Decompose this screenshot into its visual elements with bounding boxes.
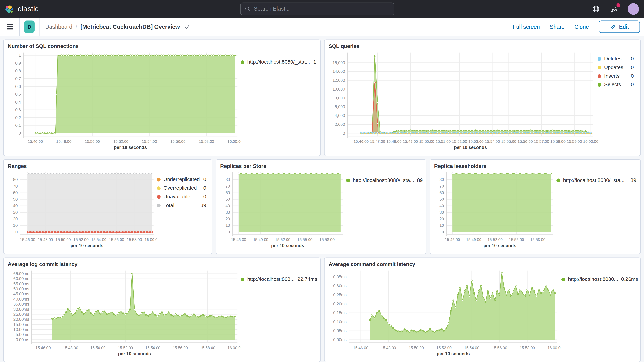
legend-item[interactable]: Updates0: [598, 64, 634, 70]
svg-text:0.00ms: 0.00ms: [333, 338, 347, 342]
svg-text:0.15ms: 0.15ms: [333, 310, 347, 315]
global-search[interactable]: [240, 2, 394, 15]
svg-text:16:00:00: 16:00:00: [228, 139, 241, 144]
svg-text:15:52:00: 15:52:00: [113, 139, 128, 144]
legend-item[interactable]: Underreplicated0: [157, 176, 206, 182]
svg-text:15:59:00: 15:59:00: [567, 139, 582, 144]
svg-text:20: 20: [226, 217, 230, 221]
svg-text:15:54:00: 15:54:00: [485, 139, 500, 144]
legend-label: Inserts: [604, 73, 620, 79]
full-screen-button[interactable]: Full screen: [513, 24, 540, 30]
breadcrumb-dashboard-link[interactable]: Dashboard: [45, 24, 72, 30]
svg-text:15:46:00: 15:46:00: [354, 139, 369, 144]
panel-log-commit-latency: Average log commit latency 0.00ms5.00ms1…: [3, 258, 321, 362]
svg-text:60: 60: [226, 190, 230, 195]
chart-command-commit-latency: 0.00ms0.05ms0.10ms0.15ms0.20ms0.25ms0.30…: [328, 268, 562, 358]
legend-dot-icon: [556, 178, 560, 182]
svg-text:15:58:00: 15:58:00: [199, 139, 214, 144]
svg-text:0: 0: [442, 230, 444, 234]
svg-text:15:46:00: 15:46:00: [28, 139, 43, 144]
legend-item[interactable]: Total89: [157, 202, 206, 208]
legend-ranges: Underreplicated0Overreplicated0Unavailab…: [157, 170, 208, 250]
svg-text:80: 80: [226, 177, 230, 182]
legend-item[interactable]: Unavailable0: [157, 194, 206, 200]
svg-text:0: 0: [228, 230, 230, 234]
svg-text:16:00:00: 16:00:00: [583, 139, 598, 144]
share-button[interactable]: Share: [550, 24, 564, 30]
legend-replicas-per-store: http://localhost:8080/_sta...89: [346, 170, 423, 250]
svg-text:15:46:00: 15:46:00: [20, 238, 35, 242]
legend-label: http://localhost:8080/_stat...: [247, 59, 310, 65]
svg-text:15:52:00: 15:52:00: [73, 238, 88, 242]
legend-item[interactable]: http://localhost:8080/_sta...89: [556, 177, 636, 183]
svg-text:0.1: 0.1: [15, 123, 21, 128]
legend-item[interactable]: Deletes0: [598, 56, 634, 62]
svg-text:50: 50: [440, 197, 444, 202]
elastic-logo-icon: [5, 4, 14, 13]
clone-button[interactable]: Clone: [574, 24, 589, 30]
svg-text:15:54:00: 15:54:00: [464, 346, 479, 350]
top-bar: elastic: [0, 0, 644, 18]
legend-label: http://localhost:8080/_sta...: [563, 177, 624, 183]
svg-text:15:53:00: 15:53:00: [468, 139, 484, 144]
legend-label: http://localhost:808...: [247, 276, 294, 282]
legend-dot-icon: [241, 60, 244, 64]
legend-value: 22.74ms: [298, 276, 317, 282]
legend-item[interactable]: http://localhost:8080/_sta...89: [346, 177, 423, 183]
svg-text:15:56:00: 15:56:00: [170, 139, 186, 144]
svg-text:per 10 seconds: per 10 seconds: [114, 145, 147, 150]
svg-text:15:49:00: 15:49:00: [403, 139, 418, 144]
svg-text:80: 80: [440, 177, 444, 182]
svg-text:60: 60: [440, 190, 444, 195]
legend-item[interactable]: http://localhost:808...22.74ms: [241, 276, 317, 282]
svg-text:0: 0: [16, 230, 18, 234]
svg-text:30: 30: [226, 210, 230, 215]
newsfeed-button[interactable]: [610, 4, 618, 13]
legend-label: Unavailable: [164, 194, 190, 200]
legend-dot-icon: [598, 83, 601, 86]
svg-text:40: 40: [13, 204, 18, 208]
svg-text:0.35ms: 0.35ms: [333, 275, 347, 279]
svg-text:0.9: 0.9: [15, 61, 21, 66]
legend-value: 89: [630, 177, 636, 183]
title-caret-icon[interactable]: [184, 24, 190, 30]
edit-button[interactable]: Edit: [599, 21, 640, 33]
svg-text:15:52:00: 15:52:00: [452, 139, 467, 144]
svg-text:per 10 seconds: per 10 seconds: [484, 243, 516, 248]
svg-text:15:52:00: 15:52:00: [436, 346, 452, 350]
legend-item[interactable]: http://localhost:8080/_stat...1: [241, 59, 316, 65]
svg-text:15:57:00: 15:57:00: [534, 139, 549, 144]
edit-button-label: Edit: [619, 23, 629, 30]
legend-dot-icon: [241, 278, 244, 281]
svg-text:15:54:00: 15:54:00: [91, 238, 106, 242]
svg-text:15:54:00: 15:54:00: [145, 346, 160, 350]
svg-text:16:00:00: 16:00:00: [144, 238, 157, 242]
svg-text:60.00ms: 60.00ms: [14, 276, 29, 281]
svg-text:15:58:00: 15:58:00: [127, 238, 142, 242]
svg-text:15:55:00: 15:55:00: [297, 238, 312, 242]
svg-text:15:50:00: 15:50:00: [408, 346, 424, 350]
legend-item[interactable]: http://localhost:8080...0.26ms: [562, 276, 638, 282]
legend-value: 1: [313, 59, 316, 65]
svg-text:15:46:00: 15:46:00: [36, 346, 51, 350]
svg-text:0.20ms: 0.20ms: [333, 302, 347, 306]
help-button[interactable]: [591, 4, 600, 13]
legend-item[interactable]: Selects0: [598, 82, 634, 88]
svg-text:15:56:00: 15:56:00: [518, 139, 533, 144]
legend-dot-icon: [346, 178, 350, 182]
legend-item[interactable]: Overreplicated0: [157, 185, 206, 191]
legend-item[interactable]: Inserts0: [598, 73, 634, 79]
panel-replica-leaseholders: Replica leaseholders 0102030405060708015…: [430, 159, 641, 254]
svg-text:70: 70: [13, 184, 18, 188]
svg-text:0.25ms: 0.25ms: [333, 292, 347, 297]
legend-label: http://localhost:8080...: [568, 276, 618, 282]
user-avatar[interactable]: r: [628, 3, 639, 15]
chart-log-commit-latency: 0.00ms5.00ms10.00ms15.00ms20.00ms25.00ms…: [8, 268, 241, 358]
menu-button[interactable]: [0, 18, 20, 36]
search-input[interactable]: [254, 6, 390, 12]
svg-text:15:55:00: 15:55:00: [509, 238, 524, 242]
svg-text:10: 10: [226, 223, 230, 228]
panel-title: Replica leaseholders: [434, 163, 636, 169]
elastic-brand[interactable]: elastic: [0, 4, 94, 13]
svg-text:15:50:00: 15:50:00: [419, 139, 434, 144]
